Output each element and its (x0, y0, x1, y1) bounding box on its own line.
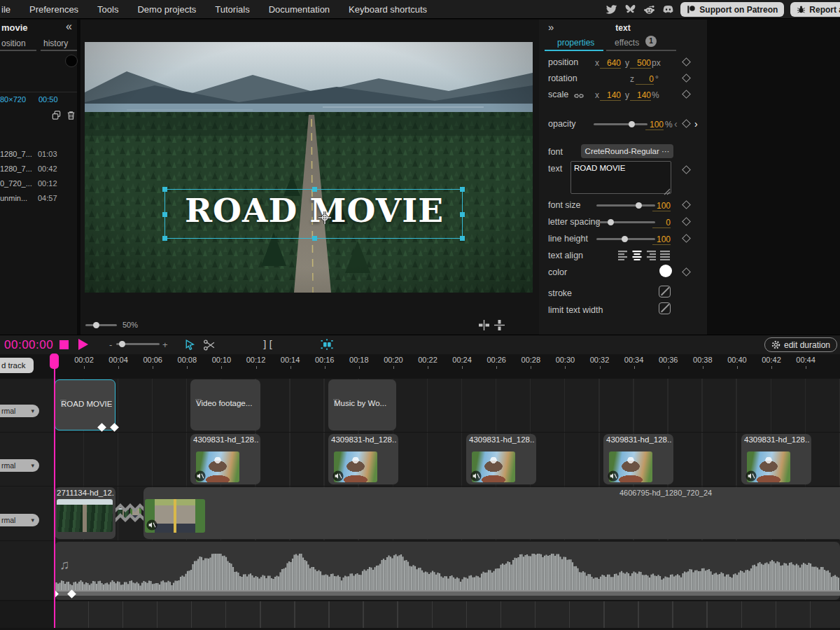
menu-demo-projects[interactable]: Demo projects (137, 4, 196, 15)
reddit-icon[interactable] (643, 4, 655, 16)
menu-keyboard-shortcuts[interactable]: Keyboard shortcuts (349, 4, 427, 15)
timeline-zoom-in[interactable]: + (162, 340, 168, 350)
snap-toggle-icon[interactable] (321, 339, 333, 351)
center-vertical-icon[interactable] (493, 319, 505, 331)
resize-handle-nw[interactable] (162, 187, 167, 192)
add-track-button[interactable]: d track (0, 358, 34, 373)
media-item[interactable]: 1280_7... 01:03 (0, 150, 77, 164)
resize-handle-ne[interactable] (460, 187, 465, 192)
resize-handle-w[interactable] (162, 212, 167, 217)
blend-mode-select-track1[interactable]: rmal ▾ (0, 405, 39, 417)
align-left-icon[interactable] (617, 250, 629, 260)
timeline-clip-video-long[interactable]: 4606795-hd_1280_720_24 (144, 487, 840, 539)
keyframe-diamond-icon[interactable] (682, 267, 691, 276)
background-color-swatch[interactable] (65, 55, 78, 67)
scale-x-input[interactable]: 140 (600, 90, 621, 101)
keyframe-diamond-icon[interactable] (682, 90, 691, 99)
muted-audio-icon[interactable] (608, 470, 619, 482)
text-color-swatch[interactable] (659, 265, 672, 277)
opacity-input[interactable]: 100 (645, 120, 664, 130)
keyframe-diamond-icon[interactable] (682, 57, 691, 66)
tab-effects[interactable]: effects (615, 38, 639, 48)
volume-automation-bar[interactable] (55, 590, 840, 596)
media-item[interactable]: unmin... 04:57 (0, 194, 77, 209)
keyframe-diamond-icon[interactable] (682, 217, 691, 226)
tab-composition[interactable]: osition (1, 38, 26, 48)
volume-keyframe[interactable] (67, 589, 76, 598)
patreon-button[interactable]: Support on Patreon (680, 2, 784, 17)
resize-handle-n[interactable] (312, 187, 317, 192)
keyframe-diamond-icon[interactable] (682, 200, 691, 209)
timeline-clip-text[interactable]: T Music by Wo... (328, 379, 396, 430)
resize-handle-s[interactable] (312, 236, 317, 241)
letter-spacing-input[interactable]: 0 (652, 218, 671, 228)
timeline-clip-text-selected[interactable]: T ROAD MOVIE (55, 379, 115, 430)
timeline-clip-video[interactable]: 4309831-hd_128... (328, 434, 398, 484)
menu-file[interactable]: ile (1, 4, 10, 15)
muted-audio-icon[interactable] (146, 519, 158, 531)
timeline-clip-video[interactable]: 4309831-hd_128... (466, 434, 536, 484)
align-center-icon[interactable] (631, 250, 643, 260)
preview-zoom-slider[interactable] (85, 324, 117, 326)
font-family-button[interactable]: CreteRound-Regular ··· (581, 144, 673, 158)
tab-properties[interactable]: properties (557, 38, 594, 48)
report-bug-button[interactable]: Report a (790, 2, 840, 17)
clip-keyframe-diamond[interactable] (97, 423, 106, 432)
opacity-slider[interactable] (594, 123, 648, 125)
line-height-slider[interactable] (596, 238, 655, 240)
timeline-clip-video[interactable]: 2711134-hd_12... (55, 487, 115, 539)
transition-element[interactable] (115, 487, 144, 539)
letter-spacing-slider[interactable] (596, 221, 655, 223)
menu-documentation[interactable]: Documentation (269, 4, 330, 15)
keyframe-diamond-icon[interactable] (682, 74, 691, 83)
edit-duration-button[interactable]: edit duration (764, 337, 837, 352)
track-row-video-1[interactable] (0, 433, 840, 486)
track-row-text[interactable] (0, 379, 840, 432)
resize-handle-sw[interactable] (162, 236, 167, 241)
line-height-input[interactable]: 100 (652, 234, 671, 245)
keyframe-diamond-icon[interactable] (682, 165, 691, 174)
duplicate-icon[interactable] (51, 110, 62, 120)
font-size-slider-thumb[interactable] (636, 202, 642, 209)
timeline-zoom-thumb[interactable] (119, 341, 125, 347)
scale-y-input[interactable]: 140 (630, 90, 651, 101)
blend-mode-select-track3[interactable]: rmal ▾ (0, 514, 39, 526)
letter-spacing-slider-thumb[interactable] (608, 219, 614, 225)
muted-audio-icon[interactable] (746, 470, 757, 482)
trash-icon[interactable] (66, 110, 76, 120)
track-row-empty[interactable] (0, 601, 840, 628)
line-height-slider-thumb[interactable] (622, 236, 628, 242)
muted-audio-icon[interactable] (470, 470, 482, 482)
text-selection-box[interactable]: ROAD MOVIE (164, 189, 463, 239)
blend-mode-select-track2[interactable]: rmal ▾ (0, 459, 39, 472)
preview-zoom-thumb[interactable] (93, 322, 99, 328)
prev-keyframe-icon[interactable]: ‹ (674, 118, 678, 130)
play-button[interactable] (78, 339, 88, 350)
bluesky-icon[interactable] (624, 4, 636, 16)
textarea-resize-grip[interactable] (662, 186, 671, 194)
position-x-input[interactable]: 640 (600, 58, 621, 69)
timeline-clip-video[interactable]: 4309831-hd_128... (741, 434, 811, 484)
limit-width-none-icon[interactable] (659, 302, 671, 314)
font-size-input[interactable]: 100 (652, 201, 671, 211)
muted-audio-icon[interactable] (332, 470, 344, 482)
media-item[interactable]: 1280_7... 00:42 (0, 164, 77, 179)
playhead-line[interactable] (54, 354, 55, 628)
timeline-clip-video[interactable]: 4309831-hd_128... (603, 434, 673, 484)
timeline-zoom-out[interactable]: - (109, 340, 112, 350)
timeline-clip-text[interactable]: T Video footage... (190, 379, 260, 430)
menu-tutorials[interactable]: Tutorials (215, 4, 249, 15)
keyframe-diamond-icon[interactable] (682, 234, 691, 243)
tab-history[interactable]: history (43, 38, 68, 48)
stroke-none-icon[interactable] (659, 286, 671, 298)
trim-tool-icon[interactable]: ][ (262, 339, 274, 350)
timeline-ruler[interactable]: 00:0200:0400:0600:0800:1000:1200:1400:16… (0, 354, 840, 370)
discord-icon[interactable] (662, 4, 674, 16)
rotation-z-input[interactable]: 0 (636, 74, 654, 85)
timeline-clip-audio[interactable]: ♫ (55, 542, 840, 600)
scissors-tool-icon[interactable] (203, 339, 216, 351)
canvas-overlay-text[interactable]: ROAD MOVIE (165, 191, 463, 230)
stop-button[interactable] (59, 340, 69, 349)
align-right-icon[interactable] (645, 250, 657, 260)
muted-audio-icon[interactable] (195, 470, 206, 482)
